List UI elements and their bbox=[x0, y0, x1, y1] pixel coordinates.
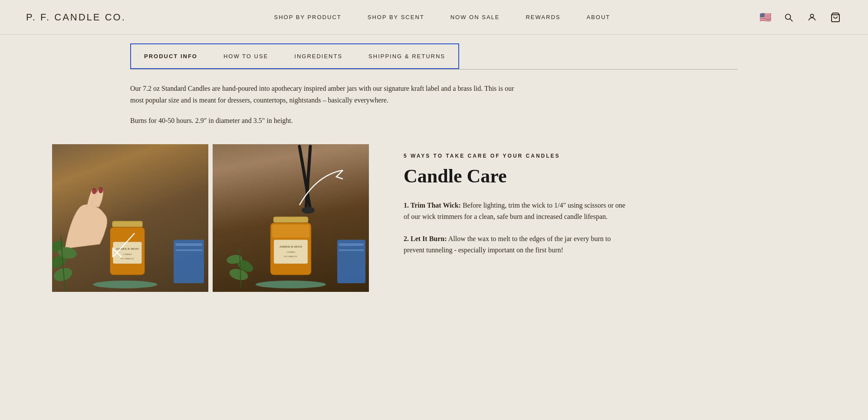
svg-point-0 bbox=[786, 14, 791, 19]
image-care-section: AMBER & MOSS CANDLE P.F. CANDLE CO. bbox=[52, 144, 816, 292]
care-tip-2: 2. Let It Burn: Allow the wax to melt to… bbox=[404, 233, 629, 256]
account-icon[interactable] bbox=[806, 11, 819, 24]
search-icon[interactable] bbox=[782, 11, 795, 24]
product-description-paragraph1: Our 7.2 oz Standard Candles are hand-pou… bbox=[130, 83, 521, 106]
tab-ingredients[interactable]: INGREDIENTS bbox=[294, 53, 342, 60]
care-tip-2-label: 2. Let It Burn: bbox=[404, 235, 447, 242]
flag-icon[interactable]: 🇺🇸 bbox=[759, 11, 772, 24]
product-description-paragraph2: Burns for 40-50 hours. 2.9" in diameter … bbox=[130, 115, 521, 126]
svg-text:AMBER & MOSS: AMBER & MOSS bbox=[279, 245, 302, 248]
candle-care-section: 5 WAYS TO TAKE CARE OF YOUR CANDLES Cand… bbox=[386, 144, 816, 275]
candle-images: AMBER & MOSS CANDLE P.F. CANDLE CO. bbox=[52, 144, 369, 292]
tab-divider bbox=[130, 69, 738, 69]
nav-shop-by-scent[interactable]: SHOP BY SCENT bbox=[368, 14, 424, 20]
logo[interactable]: P. F. CANDLE CO. bbox=[26, 12, 126, 23]
tab-product-info[interactable]: PRODUCT INFO bbox=[144, 53, 197, 60]
nav-now-on-sale[interactable]: NOW ON SALE bbox=[450, 14, 500, 20]
nav-rewards[interactable]: REWARDS bbox=[526, 14, 560, 20]
candle-care-subtitle: 5 WAYS TO TAKE CARE OF YOUR CANDLES bbox=[404, 153, 799, 159]
candle-care-title: Candle Care bbox=[404, 166, 799, 187]
nav-about[interactable]: ABOUT bbox=[586, 14, 610, 20]
nav-shop-by-product[interactable]: SHOP BY PRODUCT bbox=[274, 14, 342, 20]
svg-point-10 bbox=[92, 188, 96, 194]
cart-icon[interactable] bbox=[829, 11, 842, 24]
care-tip-1-label: 1. Trim That Wick: bbox=[404, 202, 461, 209]
candle-image-2: AMBER & MOSS CANDLE P.F. CANDLE CO. bbox=[213, 144, 369, 292]
main-nav: SHOP BY PRODUCT SHOP BY SCENT NOW ON SAL… bbox=[274, 14, 611, 20]
header: P. F. CANDLE CO. SHOP BY PRODUCT SHOP BY… bbox=[0, 0, 868, 35]
tab-how-to-use[interactable]: HOW TO USE bbox=[224, 53, 268, 60]
svg-line-1 bbox=[790, 19, 792, 21]
product-info-section: Our 7.2 oz Standard Candles are hand-pou… bbox=[130, 83, 738, 127]
svg-rect-20 bbox=[272, 225, 309, 238]
header-icons: 🇺🇸 bbox=[759, 11, 842, 24]
candle-image-1: AMBER & MOSS CANDLE P.F. CANDLE CO. bbox=[52, 144, 208, 292]
svg-text:CANDLE: CANDLE bbox=[286, 251, 295, 253]
care-tip-1: 1. Trim That Wick: Before lighting, trim… bbox=[404, 200, 629, 223]
svg-point-11 bbox=[99, 187, 103, 193]
tab-bar-wrapper: PRODUCT INFO HOW TO USE INGREDIENTS SHIP… bbox=[130, 43, 738, 69]
svg-line-17 bbox=[113, 233, 135, 257]
svg-point-2 bbox=[810, 14, 813, 17]
main-content: PRODUCT INFO HOW TO USE INGREDIENTS SHIP… bbox=[0, 43, 868, 292]
tab-bar: PRODUCT INFO HOW TO USE INGREDIENTS SHIP… bbox=[130, 43, 459, 69]
tab-shipping-returns[interactable]: SHIPPING & RETURNS bbox=[368, 53, 445, 60]
svg-text:P.F. CANDLE CO.: P.F. CANDLE CO. bbox=[284, 255, 297, 258]
